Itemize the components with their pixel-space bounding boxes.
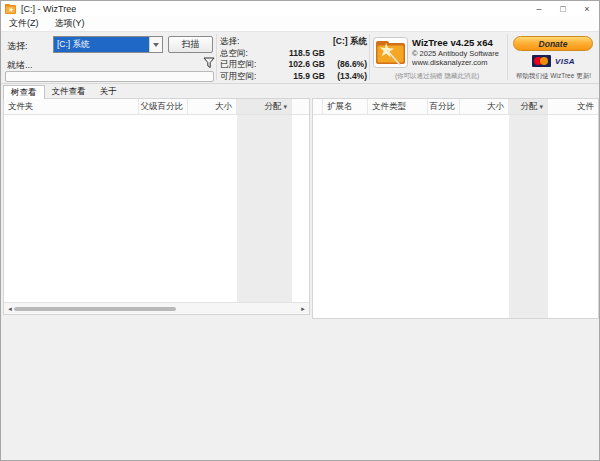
extensions-body	[313, 115, 598, 318]
sorted-column-shade	[237, 115, 292, 302]
toolbar-separator	[369, 34, 370, 80]
column-header-spacer	[292, 99, 309, 114]
info-total-pct	[325, 48, 367, 60]
drive-select-dropdown[interactable]: [C:] 系统	[53, 36, 163, 53]
column-header-allocated[interactable]: 分配 ▾	[237, 99, 292, 114]
scrollbar-thumb[interactable]	[14, 307, 176, 311]
drive-info-panel: 选择: [C:] 系统 总空间: 118.5 GB 已用空间: 102.6 GB…	[220, 36, 367, 82]
donate-note-text: 帮助我们使 WizTree 更新!	[509, 72, 598, 81]
scan-button[interactable]: 扫描	[168, 36, 213, 53]
scan-progress-bar	[5, 71, 214, 82]
copyright-text: © 2025 Antibody Software	[412, 49, 499, 58]
folder-tree-panel: 文件夹 父级百分比 大小 分配 ▾ ◂ ▸	[3, 98, 310, 315]
column-header-percent[interactable]: 百分比	[428, 99, 460, 114]
brand-text: WizTree v4.25 x64 © 2025 Antibody Softwa…	[412, 37, 499, 67]
info-label: 已用空间:	[220, 59, 270, 71]
toolbar-separator	[216, 34, 217, 80]
info-label: 可用空间:	[220, 71, 270, 83]
column-header-allocated[interactable]: 分配 ▾	[509, 99, 548, 114]
sort-desc-icon: ▾	[283, 103, 287, 111]
window-title: [C:] - WizTree	[21, 4, 76, 14]
folder-tree-body	[4, 115, 309, 302]
info-label: 选择:	[220, 36, 270, 48]
info-row-selected: 选择: [C:] 系统	[220, 36, 367, 48]
visa-icon: VISA	[555, 57, 575, 66]
column-header-label: 分配	[520, 101, 537, 113]
tab-file-view[interactable]: 文件查看	[45, 84, 93, 99]
column-header-size[interactable]: 大小	[188, 99, 237, 114]
column-header-parent-percent[interactable]: 父级百分比	[139, 99, 188, 114]
website-link[interactable]: www.diskanalyzer.com	[412, 58, 499, 67]
info-total-space: 118.5 GB	[270, 48, 325, 60]
extensions-header: 扩展名 文件类型 百分比 大小 分配 ▾ 文件	[313, 99, 598, 115]
column-header-size[interactable]: 大小	[460, 99, 509, 114]
info-selected-drive: [C:] 系统	[270, 36, 367, 48]
sort-desc-icon: ▾	[539, 103, 543, 111]
mastercard-icon	[532, 55, 551, 67]
column-header-label: 分配	[264, 101, 281, 113]
close-button[interactable]: ×	[575, 1, 599, 16]
column-header-blank	[313, 99, 323, 114]
title-bar: [C:] - WizTree – □ ×	[1, 1, 599, 16]
donate-panel: Donate VISA 帮助我们使 WizTree 更新!	[509, 34, 598, 83]
branding-panel: WizTree v4.25 x64 © 2025 Antibody Softwa…	[371, 34, 507, 83]
info-used-pct: (86.6%)	[325, 59, 367, 71]
info-free-pct: (13.4%)	[325, 71, 367, 83]
info-row-free: 可用空间: 15.9 GB (13.4%)	[220, 71, 367, 83]
toolbar-separator	[507, 34, 508, 80]
donate-button[interactable]: Donate	[513, 36, 593, 51]
folder-tree-header: 文件夹 父级百分比 大小 分配 ▾	[4, 99, 309, 115]
toolbar: 选择: [C:] 系统 扫描 就绪... 选择: [C:] 系统 总空间: 11…	[1, 32, 599, 84]
menu-bar: 文件(Z) 选项(Y)	[1, 16, 599, 32]
view-tabs: 树查看 文件查看 关于	[1, 85, 599, 99]
column-header-filetype[interactable]: 文件类型	[368, 99, 428, 114]
tab-tree-view[interactable]: 树查看	[3, 85, 45, 99]
window-controls: – □ ×	[527, 1, 599, 16]
minimize-button[interactable]: –	[527, 1, 551, 16]
chevron-down-icon	[153, 43, 159, 47]
info-label: 总空间:	[220, 48, 270, 60]
info-row-total: 总空间: 118.5 GB	[220, 48, 367, 60]
menu-file[interactable]: 文件(Z)	[1, 15, 47, 32]
info-used-space: 102.6 GB	[270, 59, 325, 71]
scroll-right-arrow[interactable]: ▸	[297, 303, 309, 315]
drive-selected-value: [C:] 系统	[54, 37, 149, 52]
payment-logos: VISA	[509, 55, 598, 67]
ad-note-text: (你可以通过捐赠 隐藏此消息)	[371, 72, 503, 81]
dropdown-button[interactable]	[149, 37, 162, 52]
drive-select-label: 选择:	[7, 40, 28, 53]
tab-about[interactable]: 关于	[93, 84, 124, 99]
horizontal-scrollbar: ◂ ▸	[4, 302, 309, 314]
menu-options[interactable]: 选项(Y)	[47, 15, 93, 32]
column-header-extension[interactable]: 扩展名	[323, 99, 368, 114]
maximize-button[interactable]: □	[551, 1, 575, 16]
info-row-used: 已用空间: 102.6 GB (86.6%)	[220, 59, 367, 71]
app-logo-icon	[5, 4, 16, 14]
extensions-panel: 扩展名 文件类型 百分比 大小 分配 ▾ 文件	[312, 98, 599, 319]
column-header-folder[interactable]: 文件夹	[4, 99, 139, 114]
wiztree-logo-icon	[373, 37, 408, 68]
filter-icon[interactable]	[203, 57, 215, 69]
column-header-files[interactable]: 文件	[548, 99, 598, 114]
app-name-version: WizTree v4.25 x64	[412, 37, 499, 49]
sorted-column-shade	[509, 115, 548, 318]
info-free-space: 15.9 GB	[270, 71, 325, 83]
wiztree-window: [C:] - WizTree – □ × 文件(Z) 选项(Y) 选择: [C:…	[0, 0, 600, 461]
